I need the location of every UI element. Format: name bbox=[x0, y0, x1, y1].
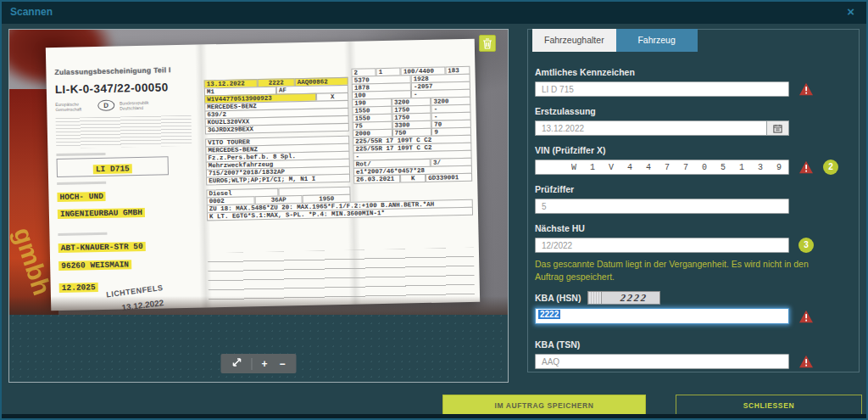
step-badge-2: 2 bbox=[823, 160, 838, 175]
field-caption-mark bbox=[58, 232, 107, 236]
owner-line2: INGENIEURBAU GMBH bbox=[58, 208, 145, 219]
eu-left-label: Europäische Gemeinschaft bbox=[55, 101, 92, 112]
field-naechste-hu: Nächste HU 3 Das gescannte Datum liegt i… bbox=[535, 223, 852, 283]
hsn-snippet-value: 2222 bbox=[602, 292, 660, 304]
document-header: Zulassungsbescheinigung Teil I bbox=[54, 65, 200, 77]
pruefziffer-input[interactable] bbox=[535, 199, 789, 214]
tab-fahrzeug[interactable]: Fahrzeug bbox=[616, 29, 698, 52]
page-title: Scannen bbox=[10, 6, 53, 18]
eu-right-label: Bundesrepublik Deutschland bbox=[120, 99, 157, 110]
doc-cell: GD339001 bbox=[426, 173, 472, 182]
owner-line1: HOCH- UND bbox=[57, 192, 106, 202]
scan-dialog: Scannen × gmbh Zulassungsbescheinigung T… bbox=[0, 0, 868, 420]
vin-input[interactable] bbox=[535, 160, 789, 175]
hsn-selected-text: 2222 bbox=[538, 310, 560, 319]
field-kba-tsn: KBA (TSN) bbox=[535, 339, 852, 369]
erstzulassung-label: Erstzulassung bbox=[535, 106, 852, 116]
street-value: ABT-KNAUER-STR 50 bbox=[58, 242, 146, 253]
erstzulassung-input[interactable] bbox=[535, 120, 766, 136]
zoom-in-button[interactable]: + bbox=[259, 358, 270, 370]
tab-fahrzeughalter[interactable]: Fahrzeughalter bbox=[532, 29, 616, 52]
warning-icon bbox=[798, 355, 814, 368]
eu-row: Europäische Gemeinschaft D Bundesrepubli… bbox=[55, 98, 201, 113]
kennzeichen-input[interactable] bbox=[535, 81, 789, 97]
field-erstzulassung: Erstzulassung bbox=[535, 106, 852, 136]
tab-bar: Fahrzeughalter Fahrzeug bbox=[532, 29, 698, 52]
hu-warning-text: Das gescannte Datum liegt in der Vergang… bbox=[535, 258, 815, 283]
kennzeichen-label: Amtliches Kennzeichen bbox=[535, 67, 852, 77]
document-number: LI-K-0-347/22-00050 bbox=[55, 81, 201, 97]
doc-cell: 26.03.2021 bbox=[353, 175, 400, 184]
step-badge-3: 3 bbox=[798, 238, 814, 253]
document-right-column: 21100/4400183537019281878-2057100-190320… bbox=[351, 66, 472, 184]
warning-icon bbox=[798, 160, 814, 174]
fit-screen-button[interactable] bbox=[229, 357, 244, 370]
plate-box: LI D715 bbox=[57, 156, 169, 177]
field-caption-mark bbox=[57, 182, 106, 185]
zoom-controls: + − bbox=[220, 354, 296, 373]
kba-hsn-label: KBA (HSN) bbox=[535, 293, 581, 303]
trash-icon bbox=[482, 38, 492, 49]
doc-row: 26.03.2021KGD339001 bbox=[353, 173, 472, 184]
diagonal-resize-icon bbox=[231, 357, 242, 367]
zoom-out-button[interactable]: − bbox=[277, 358, 288, 370]
field-pruefziffer: Prüfziffer bbox=[535, 184, 852, 214]
field-kba-hsn: KBA (HSN) 2222 2222 bbox=[535, 291, 852, 324]
kba-tsn-input[interactable] bbox=[535, 354, 789, 369]
document-mid-column: 13.12.20222222AAQ00862M1AFW1V44770513900… bbox=[204, 77, 351, 221]
naechste-hu-label: Nächste HU bbox=[535, 223, 852, 233]
kba-hsn-input[interactable]: 2222 bbox=[535, 308, 789, 324]
scan-photo[interactable]: gmbh Zulassungsbescheinigung Teil I LI-K… bbox=[9, 30, 508, 315]
hsn-snippet-image: 2222 bbox=[587, 291, 660, 305]
close-button[interactable]: SCHLIESSEN bbox=[676, 395, 862, 416]
plate-value: LI D715 bbox=[93, 164, 132, 174]
scan-viewer[interactable]: gmbh Zulassungsbescheinigung Teil I LI-K… bbox=[8, 29, 509, 383]
field-vin: VIN (Prüfziffer X) 2 bbox=[535, 145, 852, 175]
calendar-button[interactable] bbox=[766, 120, 789, 136]
city-value: 96260 WEISMAIN bbox=[58, 260, 131, 271]
field-caption-mark bbox=[56, 153, 105, 156]
hsn-snippet-cellbox bbox=[588, 292, 602, 304]
scanned-document: Zulassungsbescheinigung Teil I LI-K-0-34… bbox=[46, 39, 480, 311]
pruefziffer-label: Prüfziffer bbox=[535, 184, 852, 194]
country-oval: D bbox=[97, 100, 114, 111]
zoombar-divider bbox=[251, 358, 252, 370]
doc-cell: K bbox=[400, 174, 426, 183]
photo-bottom-shadow bbox=[9, 296, 508, 315]
vehicle-form-panel: Fahrzeughalter Fahrzeug Amtliches Kennze… bbox=[527, 29, 860, 372]
close-icon[interactable]: × bbox=[847, 4, 854, 19]
kba-tsn-label: KBA (TSN) bbox=[535, 339, 852, 350]
field-kennzeichen: Amtliches Kennzeichen bbox=[535, 67, 852, 97]
warning-icon bbox=[798, 82, 814, 96]
form-fields: Amtliches Kennzeichen Erstzulassung bbox=[535, 67, 852, 378]
vin-label: VIN (Prüfziffer X) bbox=[535, 145, 852, 155]
warning-icon bbox=[798, 310, 814, 323]
naechste-hu-input[interactable] bbox=[535, 238, 789, 253]
calendar-icon bbox=[773, 124, 782, 133]
fine-print-block bbox=[56, 115, 192, 148]
save-button[interactable]: IM AUFTRAG SPEICHERN bbox=[442, 395, 646, 416]
document-left-section: Zulassungsbescheinigung Teil I LI-K-0-34… bbox=[54, 47, 205, 310]
delete-scan-button[interactable] bbox=[479, 35, 496, 52]
title-bar: Scannen × bbox=[2, 2, 866, 24]
hu-date-value: 12.2025 bbox=[59, 283, 98, 293]
